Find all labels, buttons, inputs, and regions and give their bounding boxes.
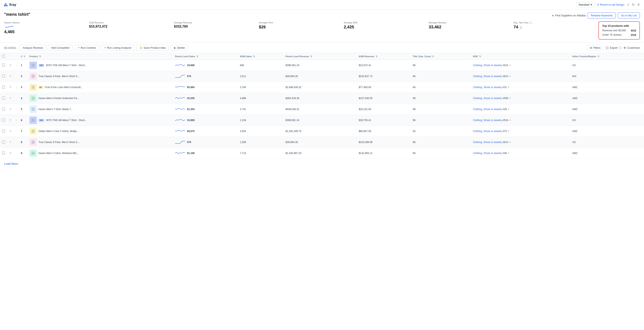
info-icon[interactable]: i — [520, 26, 522, 29]
bookmark-icon[interactable]: ⚑ — [9, 119, 12, 122]
analyze-reviews-button[interactable]: Analyze Reviews — [20, 45, 46, 51]
category-link[interactable]: Clothing, Shoes & Jewelry — [473, 75, 502, 78]
row-checkbox-2[interactable] — [2, 75, 5, 78]
parent-sales-value: 19,969 — [187, 64, 195, 67]
category-link[interactable]: Clothing, Shoes & Jewelry — [473, 152, 502, 155]
row-checkbox-3[interactable] — [2, 86, 5, 89]
asin-sales-value: 1,154 — [240, 119, 246, 122]
save-product-idea-label: Save Product Idea — [144, 46, 166, 49]
parent-revenue-cell: $398,581.24 — [284, 60, 357, 71]
save-product-idea-button[interactable]: 💡 Save Product Idea — [136, 45, 169, 51]
country-cell: AMZ — [570, 93, 644, 104]
title-char-cell: 96 — [411, 115, 471, 126]
country-cell: AMZ — [570, 82, 644, 93]
bsr-trend-icon[interactable]: ↗ — [508, 86, 509, 89]
bookmark-icon[interactable]: ⚑ — [9, 97, 12, 100]
avg-reviews-label: Average Reviews — [428, 21, 514, 24]
bsr-trend-icon[interactable]: ↗ — [509, 75, 511, 78]
refresh-icon[interactable]: ↻ — [632, 3, 635, 7]
asin-sales-value: 1,558 — [240, 141, 246, 144]
bsr-trend-icon[interactable]: ↗ — [509, 64, 511, 67]
asin-sales-cell: 3,784 — [238, 82, 284, 93]
category-link[interactable]: Clothing, Shoes & Jewelry — [473, 130, 502, 133]
row-checkbox-8[interactable] — [2, 140, 5, 143]
row-checkbox-7[interactable] — [2, 129, 5, 132]
asin-sales-value: 2,741 — [240, 108, 246, 111]
expand-chevron[interactable]: › — [16, 86, 17, 89]
bookmark-icon[interactable]: ⚑ — [9, 64, 12, 67]
category-link[interactable]: Clothing, Shoes & Jewelry — [473, 108, 502, 111]
svg-rect-2 — [32, 86, 35, 89]
product-image — [30, 149, 37, 157]
country-value: US — [572, 119, 576, 122]
th-bookmark — [7, 53, 14, 60]
row-checkbox-6[interactable] — [2, 119, 5, 121]
title-char-cell: 96 — [411, 60, 471, 71]
design-selector[interactable]: Standard ▾ — [576, 2, 594, 7]
category-link[interactable]: Clothing, Shoes & Jewelry — [473, 141, 502, 144]
row-number: 2 — [19, 71, 27, 82]
parent-revenue-cell: $484,329.30 — [284, 93, 357, 104]
alibaba-button[interactable]: ● Find Suppliers on Alibaba — [552, 14, 586, 18]
category-link[interactable]: Clothing, Shoes & Jewelry — [473, 119, 502, 122]
bsr-trend-icon[interactable]: ↗ — [508, 152, 509, 154]
bsr-trend-icon[interactable]: ↗ — [509, 97, 511, 99]
category-link[interactable]: Clothing, Shoes & Jewelry — [473, 86, 502, 89]
th-seller-country: Seller Country/Region ⇅ — [570, 53, 644, 60]
revert-button[interactable]: ↺ Revert to old Design — [597, 3, 624, 6]
bookmark-cell: ⚑ — [7, 126, 14, 137]
category-link[interactable]: Clothing, Shoes & Jewelry — [473, 64, 502, 67]
expand-icon[interactable]: ⤢ — [627, 3, 630, 7]
bsr-trend-icon[interactable]: ↗ — [509, 141, 511, 143]
bsr-trend-icon[interactable]: ↗ — [509, 119, 511, 121]
bookmark-icon[interactable]: ⚑ — [9, 75, 12, 78]
bsr-trend-icon[interactable]: ↗ — [508, 108, 509, 110]
bookmark-icon[interactable]: ⚑ — [9, 108, 12, 111]
svg-rect-1 — [32, 75, 35, 78]
asin-revenue-cell: $153,368.98 — [356, 137, 410, 148]
product-name: INTO THE AM Mens T Shirt - Short... — [46, 119, 87, 122]
asin-revenue-cell: $77,483.00 — [356, 82, 410, 93]
bsr-cell: Clothing, Shoes & Jewelry #514 ↗ — [471, 60, 570, 71]
expand-chevron[interactable]: › — [16, 64, 17, 67]
product-badge: SBV — [38, 64, 44, 67]
load-more-button[interactable]: Load More — [4, 162, 18, 166]
bookmark-icon[interactable]: ⚑ — [9, 140, 12, 144]
row-number: 9 — [19, 148, 27, 159]
parent-sales-cell: 85,984 — [173, 82, 238, 93]
product-cell: Hanes Men's T-Shirt, Beefy-T... — [27, 104, 173, 115]
category-link[interactable]: Clothing, Shoes & Jewelry — [473, 97, 502, 100]
bookmark-icon[interactable]: ⚑ — [9, 151, 12, 155]
customize-button[interactable]: ⚙ Customize — [624, 46, 640, 49]
delete-button[interactable]: 🗑 Delete — [170, 45, 188, 51]
search-volume-value: 4,465 — [4, 30, 89, 34]
run-cerebro-button[interactable]: ↗ Run Cerebro — [74, 45, 99, 51]
select-all-checkbox[interactable] — [2, 55, 5, 58]
parent-revenue-value: $1,391,409.75 — [286, 130, 302, 133]
go-to-my-list-button[interactable]: Go to My List — [618, 13, 640, 19]
run-listing-analyzer-button[interactable]: ↗ Run Listing Analyzer — [101, 45, 135, 51]
expand-chevron[interactable]: › — [16, 119, 17, 121]
row-checkbox-4[interactable] — [2, 97, 5, 99]
sparkline-chart — [175, 96, 186, 101]
sparkline-chart — [175, 63, 186, 68]
bsr-trend-icon[interactable]: ↗ — [508, 130, 509, 132]
add-competitor-button[interactable]: Add Competitor — [48, 45, 73, 51]
logo: Xray — [4, 3, 16, 7]
parent-revenue-cell: $446,036.31 — [284, 104, 357, 115]
table-row: ⚑ 8 True Classic 6 Pack, Men's Short Sle… — [0, 137, 644, 148]
bookmark-icon[interactable]: ⚑ — [9, 86, 12, 89]
close-icon[interactable]: ✕ — [637, 3, 640, 7]
external-link-icon: ↗ — [78, 46, 80, 49]
asin-revenue-value: $66,957.59 — [359, 130, 371, 133]
row-checkbox-1[interactable] — [2, 64, 5, 67]
avg-bsr-label: Average BSR — [344, 21, 428, 24]
export-button[interactable]: ⬜ Export i — [605, 46, 622, 49]
row-checkbox-9[interactable] — [2, 151, 5, 154]
filters-button[interactable]: ⊟ Filters — [587, 45, 604, 51]
related-keywords-button[interactable]: Related Keywords — [588, 13, 616, 19]
row-checkbox-5[interactable] — [2, 108, 5, 110]
bookmark-icon[interactable]: ⚑ — [9, 129, 12, 133]
asin-sales-cell: 1,558 — [238, 137, 284, 148]
parent-sales-value: 570 — [187, 75, 191, 78]
